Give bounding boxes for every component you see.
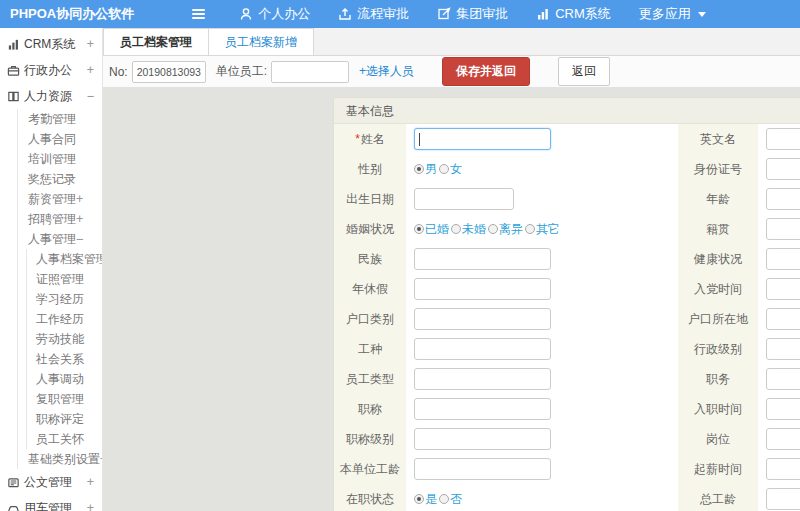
field-label: 起薪时间 <box>678 454 758 484</box>
right-text-input[interactable] <box>766 308 800 330</box>
left-text-input[interactable] <box>414 398 551 420</box>
sidebar-subitem-2[interactable]: 培训管理 <box>18 149 102 169</box>
right-text-input[interactable] <box>766 278 800 300</box>
left-text-input[interactable] <box>414 458 551 480</box>
right-text-input[interactable] <box>766 398 800 420</box>
sidebar-subitem-label: 基础类别设置 <box>28 451 100 468</box>
sidebar-leaf-item-8[interactable]: 职称评定 <box>27 409 102 429</box>
left-text-input[interactable] <box>414 428 551 450</box>
unit-employee-label: 单位员工: <box>216 63 267 80</box>
sidebar-item-4[interactable]: 用车管理+ <box>0 495 102 511</box>
sidebar-item-2[interactable]: 人力资源− <box>0 83 102 109</box>
radio-离异[interactable] <box>488 224 498 234</box>
left-text-input[interactable] <box>414 308 551 330</box>
chart-icon <box>6 37 20 51</box>
topnav-item-0[interactable]: 个人办公 <box>225 0 324 28</box>
right-text-input[interactable] <box>766 458 800 480</box>
left-date-input[interactable] <box>414 188 514 210</box>
right-text-input[interactable] <box>766 218 800 240</box>
sidebar-item-1[interactable]: 行政办公+ <box>0 57 102 83</box>
topnav-item-2[interactable]: 集团审批 <box>423 0 522 28</box>
sidebar-subitem-7[interactable]: 基础类别设置+ <box>18 449 102 469</box>
left-text-input[interactable] <box>414 128 551 150</box>
field-input-cell <box>758 484 800 511</box>
topnav-item-1[interactable]: 流程审批 <box>324 0 423 28</box>
radio-女[interactable] <box>439 164 449 174</box>
right-text-input[interactable] <box>766 368 800 390</box>
expand-plus-icon[interactable]: + <box>87 501 94 511</box>
field-input-cell <box>758 334 800 364</box>
sidebar-leaf-label: 人事调动 <box>36 371 84 388</box>
left-text-input[interactable] <box>414 368 551 390</box>
radio-已婚[interactable] <box>414 224 424 234</box>
right-text-input[interactable] <box>766 158 800 180</box>
return-button[interactable]: 返回 <box>558 57 610 86</box>
radio-否[interactable] <box>439 494 449 504</box>
no-input[interactable] <box>132 61 206 83</box>
tab-label: 员工档案新增 <box>225 34 297 51</box>
sidebar-leaf-item-6[interactable]: 人事调动 <box>27 369 102 389</box>
sidebar-leaf-label: 工作经历 <box>36 311 84 328</box>
field-label: 总工龄 <box>678 484 758 511</box>
sidebar-subitem-0[interactable]: 考勤管理 <box>18 109 102 129</box>
topnav-item-4[interactable]: 更多应用 <box>625 0 720 28</box>
sidebar-subitem-4[interactable]: 薪资管理+ <box>18 189 102 209</box>
expand-plus-icon[interactable]: + <box>87 37 94 51</box>
right-text-input[interactable] <box>766 188 800 210</box>
right-text-input[interactable] <box>766 338 800 360</box>
radio-未婚[interactable] <box>451 224 461 234</box>
tab-0[interactable]: 员工档案管理 <box>103 28 209 55</box>
sidebar-subitem-3[interactable]: 奖惩记录 <box>18 169 102 189</box>
save-and-return-button[interactable]: 保存并返回 <box>442 57 530 86</box>
radio-男[interactable] <box>414 164 424 174</box>
select-person-link[interactable]: +选择人员 <box>359 63 414 80</box>
right-text-input[interactable] <box>766 128 800 150</box>
collapse-minus-icon[interactable]: − <box>87 89 94 103</box>
left-text-input[interactable] <box>414 278 551 300</box>
field-label: 岗位 <box>678 424 758 454</box>
unit-employee-input[interactable] <box>271 61 349 83</box>
sidebar-subitem-1[interactable]: 人事合同 <box>18 129 102 149</box>
expand-plus-icon[interactable]: + <box>76 192 83 206</box>
collapse-minus-icon[interactable]: − <box>76 232 83 246</box>
sidebar-leaf-item-4[interactable]: 劳动技能 <box>27 329 102 349</box>
sidebar-leaf-item-1[interactable]: 证照管理 <box>27 269 102 289</box>
right-text-input[interactable] <box>766 248 800 270</box>
expand-plus-icon[interactable]: + <box>76 212 83 226</box>
topnav-label: 流程审批 <box>357 5 409 23</box>
sidebar-leaf-item-5[interactable]: 社会关系 <box>27 349 102 369</box>
sidebar-leaf-item-9[interactable]: 员工关怀 <box>27 429 102 449</box>
sidebar-leaf-label: 复职管理 <box>36 391 84 408</box>
field-label: *姓名 <box>334 124 406 154</box>
top-navigation: 个人办公流程审批集团审批CRM系统更多应用 <box>225 0 720 28</box>
flow-icon <box>338 7 352 21</box>
sidebar-subitem-label: 人事合同 <box>28 131 76 148</box>
radio-其它[interactable] <box>525 224 535 234</box>
app-title: PHPOA协同办公软件 <box>0 5 144 23</box>
left-text-input[interactable] <box>414 248 551 270</box>
menu-icon[interactable] <box>192 9 205 19</box>
sidebar-subitem-5[interactable]: 招聘管理+ <box>18 209 102 229</box>
right-text-input[interactable] <box>766 428 800 450</box>
sidebar-leaf-item-0[interactable]: 人事档案管理 <box>27 249 102 269</box>
right-text-input[interactable] <box>766 488 800 510</box>
tab-1[interactable]: 员工档案新增 <box>209 28 314 55</box>
form-row-10: 职称级别岗位 <box>334 424 800 454</box>
field-label: 在职状态 <box>334 484 406 511</box>
sidebar-leaf-label: 学习经历 <box>36 291 84 308</box>
radio-是[interactable] <box>414 494 424 504</box>
left-text-input[interactable] <box>414 338 551 360</box>
expand-plus-icon[interactable]: + <box>87 63 94 77</box>
sidebar-leaf-item-2[interactable]: 学习经历 <box>27 289 102 309</box>
field-label: 英文名 <box>678 124 758 154</box>
sidebar-leaf-item-7[interactable]: 复职管理 <box>27 389 102 409</box>
radio-label: 其它 <box>536 221 560 238</box>
sidebar-item-3[interactable]: 公文管理+ <box>0 469 102 495</box>
expand-plus-icon[interactable]: + <box>87 475 94 489</box>
tab-bar: 员工档案管理员工档案新增 <box>103 28 800 56</box>
sidebar-item-0[interactable]: CRM系统+ <box>0 31 102 57</box>
required-asterisk: * <box>355 132 360 146</box>
sidebar-leaf-item-3[interactable]: 工作经历 <box>27 309 102 329</box>
topnav-item-3[interactable]: CRM系统 <box>522 0 625 28</box>
sidebar-subitem-6[interactable]: 人事管理− <box>18 229 102 249</box>
